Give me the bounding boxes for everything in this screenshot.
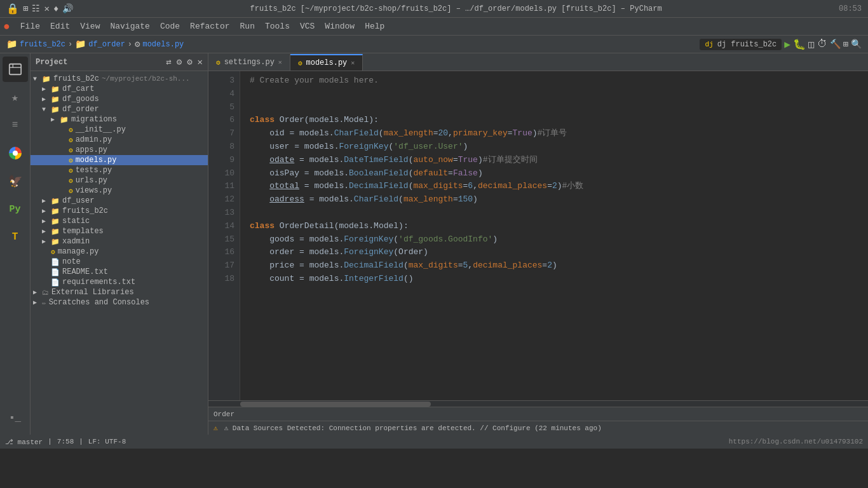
tree-manage-py[interactable]: ⚙ manage.py	[31, 247, 208, 257]
tree-root-fruits-b2c[interactable]: ▼ 📁 fruits_b2c ~/myproject/b2c-sh...	[31, 74, 208, 84]
tab-models-label: models.py	[306, 58, 348, 67]
clock: 08:53	[839, 4, 862, 13]
code-editor[interactable]: 3 4 5 6 7 8 9 10 11 12 13 14 15 16 17 18…	[208, 71, 868, 400]
pycharm-button[interactable]: Py	[3, 196, 28, 222]
git-branch[interactable]: ⎇ master	[5, 438, 43, 446]
tree-urls-py[interactable]: ⚙ urls.py	[31, 175, 208, 186]
tab-models-py[interactable]: ⚙ models.py ✕	[290, 54, 363, 71]
title-bar: 🔒 ⊞ ☷ ✕ ♦ 🔊 fruits_b2c [~/myproject/b2c-…	[0, 0, 868, 18]
vim-button[interactable]: T	[3, 224, 28, 250]
bottom-bar: ⎇ master | 7:58 | LF: UTF-8 https://blog…	[0, 435, 868, 449]
profile-button[interactable]: ⏱	[817, 38, 827, 50]
menu-help[interactable]: Help	[360, 18, 390, 35]
thunderbird-button[interactable]: 🦅	[3, 168, 28, 194]
tree-note[interactable]: 📄 note	[31, 257, 208, 267]
breadcrumb-file[interactable]: models.py	[142, 40, 184, 49]
tree-external-libs[interactable]: ▶ 🗂 External Libraries	[31, 287, 208, 297]
menu-window[interactable]: Window	[320, 18, 360, 35]
tab-settings-py[interactable]: ⚙ settings.py ✕	[208, 54, 290, 71]
ubuntu-icon[interactable]: ●	[3, 20, 10, 33]
terminal-icon-button[interactable]: ▪_	[3, 405, 28, 431]
scrollbar-thumb[interactable]	[240, 402, 431, 407]
tree-scratches[interactable]: ▶ ✏ Scratches and Consoles	[31, 297, 208, 308]
tree-tests-py[interactable]: ⚙ tests.py	[31, 165, 208, 175]
settings-tab-close[interactable]: ✕	[278, 58, 282, 66]
tree-fruits-b2c-sub[interactable]: ▶ 📁 fruits_b2c	[31, 206, 208, 216]
models-tab-icon: ⚙	[298, 59, 302, 67]
build-button[interactable]: 🔨	[830, 39, 841, 50]
run-config-label[interactable]: dj fruits_b2c	[717, 40, 777, 49]
tree-requirements[interactable]: 📄 requirements.txt	[31, 277, 208, 287]
svg-rect-0	[9, 64, 20, 75]
terminal-button[interactable]: ⊞	[843, 39, 848, 50]
code-breadcrumb: Order	[208, 407, 868, 421]
project-panel-title: Project	[36, 58, 161, 67]
panel-gear-button[interactable]: ⚙	[187, 57, 192, 67]
tree-df-goods[interactable]: ▶ 📁 df_goods	[31, 94, 208, 104]
horizontal-scrollbar[interactable]	[208, 400, 868, 407]
tree-admin-py[interactable]: ⚙ admin.py	[31, 135, 208, 145]
settings-tab-icon: ⚙	[216, 58, 220, 67]
breadcrumb-folder[interactable]: df_order	[88, 40, 125, 49]
panel-close-button[interactable]: ✕	[198, 57, 203, 67]
encoding-indicator[interactable]: LF: UTF-8	[88, 438, 126, 445]
project-panel-header: Project ⇄ ⚙ ⚙ ✕	[31, 53, 208, 71]
project-sidebar-button[interactable]	[3, 57, 28, 82]
tree-init-py[interactable]: ⚙ __init__.py	[31, 125, 208, 135]
menu-code[interactable]: Code	[155, 18, 185, 35]
menu-file[interactable]: File	[15, 18, 45, 35]
tree-xadmin[interactable]: ▶ 📁 xadmin	[31, 236, 208, 247]
tree-models-py[interactable]: ⚙ models.py	[31, 155, 208, 165]
dj-icon: dj	[705, 41, 713, 48]
tree-views-py[interactable]: ⚙ views.py	[31, 186, 208, 196]
project-tree: ▼ 📁 fruits_b2c ~/myproject/b2c-sh... ▶ 📁…	[31, 71, 208, 435]
menu-refactor[interactable]: Refactor	[185, 18, 234, 35]
tree-static[interactable]: ▶ 📁 static	[31, 216, 208, 226]
breadcrumb-root[interactable]: fruits_b2c	[20, 40, 65, 49]
panel-settings-button[interactable]: ⚙	[177, 57, 182, 67]
status-warning-icon: ⚠	[214, 424, 218, 432]
tree-readme[interactable]: 📄 README.txt	[31, 267, 208, 277]
code-content[interactable]: # Create your models here. class Order(m…	[240, 71, 868, 400]
project-panel: Project ⇄ ⚙ ⚙ ✕ ▼ 📁 fruits_b2c ~/myproje…	[31, 53, 208, 435]
status-warning-text[interactable]: ⚠ Data Sources Detected: Connection prop…	[224, 424, 602, 432]
menu-tools[interactable]: Tools	[260, 18, 295, 35]
tree-migrations[interactable]: ▶ 📁 migrations	[31, 114, 208, 125]
tree-df-user[interactable]: ▶ 📁 df_user	[31, 196, 208, 206]
run-button[interactable]: ▶	[784, 38, 790, 51]
tree-templates[interactable]: ▶ 📁 templates	[31, 226, 208, 236]
models-tab-close[interactable]: ✕	[351, 59, 355, 67]
editor-area: ⚙ settings.py ✕ ⚙ models.py ✕ 3 4 5 6 7 …	[208, 53, 868, 435]
structure-button[interactable]: ≡	[3, 112, 28, 138]
tabs-bar: ⚙ settings.py ✕ ⚙ models.py ✕	[208, 53, 868, 71]
menu-edit[interactable]: Edit	[45, 18, 75, 35]
menu-bar: ● File Edit View Navigate Code Refactor …	[0, 18, 868, 36]
coverage-button[interactable]: ◫	[808, 38, 815, 51]
menu-vcs[interactable]: VCS	[295, 18, 320, 35]
menu-view[interactable]: View	[75, 18, 105, 35]
icon-sidebar: ★ ≡ 🦅 Py T ▪_	[0, 53, 31, 435]
search-everywhere-button[interactable]: 🔍	[851, 39, 862, 50]
tree-df-cart[interactable]: ▶ 📁 df_cart	[31, 84, 208, 94]
window-title: fruits_b2c [~/myproject/b2c-shop/fruits_…	[73, 4, 839, 13]
breadcrumb-bar: 📁 fruits_b2c › 📁 df_order › ⚙ models.py …	[0, 36, 868, 53]
main-area: ★ ≡ 🦅 Py T ▪_ Project ⇄ ⚙ ⚙ ✕ ▼ 📁 frui	[0, 53, 868, 435]
tree-apps-py[interactable]: ⚙ apps.py	[31, 145, 208, 155]
status-bar: ⚠ ⚠ Data Sources Detected: Connection pr…	[208, 421, 868, 435]
menu-navigate[interactable]: Navigate	[105, 18, 154, 35]
csdn-link: https://blog.csdn.net/u014793102	[729, 438, 863, 445]
debug-button[interactable]: 🐛	[793, 38, 806, 51]
menu-run[interactable]: Run	[235, 18, 260, 35]
tree-df-order[interactable]: ▼ 📁 df_order	[31, 104, 208, 114]
line-numbers: 3 4 5 6 7 8 9 10 11 12 13 14 15 16 17 18	[208, 71, 240, 400]
chrome-button[interactable]	[3, 140, 28, 166]
code-nav-order[interactable]: Order	[214, 410, 234, 418]
favorites-button[interactable]: ★	[3, 85, 28, 110]
run-indicator: 7:58	[57, 438, 74, 445]
panel-sync-button[interactable]: ⇄	[166, 57, 171, 67]
tab-settings-label: settings.py	[224, 58, 275, 67]
